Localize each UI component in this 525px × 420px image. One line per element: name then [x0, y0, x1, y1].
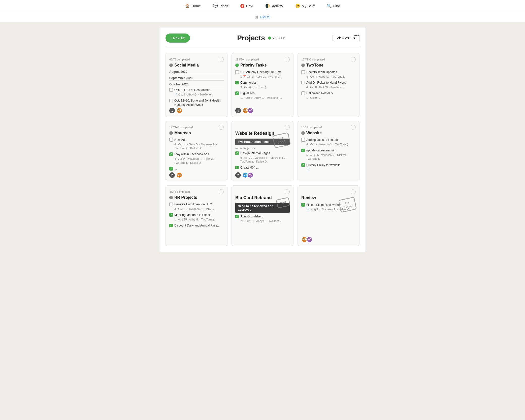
card-footer: 2 VV KO	[235, 172, 290, 178]
avatar-group: MR	[176, 172, 182, 178]
nav-hey[interactable]: 1 Hey!	[238, 3, 255, 9]
card-bio-card-rebrand: Bio Card Rebrand 1NET Need to be reviewe…	[232, 185, 293, 246]
card-title-dot	[301, 131, 305, 135]
card-priority-tasks: 293/294 completed Priority Tasks UIC Ank…	[232, 53, 293, 117]
avatar-group: MR KO	[242, 108, 253, 114]
todo-checkbox-checked[interactable]: ✓	[169, 167, 173, 171]
card-completed-label	[301, 189, 356, 194]
page-title: Projects	[237, 34, 265, 42]
breadcrumb-name[interactable]: DMOS	[260, 15, 271, 19]
nav-my-stuff[interactable]: 😊 My Stuff	[293, 3, 317, 9]
nav-activity[interactable]: 🌓 Activity	[263, 3, 285, 9]
progress-badge: 783/806	[268, 36, 285, 40]
todo-checkbox[interactable]	[301, 91, 305, 95]
card-title: Priority Tasks	[235, 63, 290, 68]
page-header: + New list Projects 783/806 View as... ▾	[166, 34, 359, 43]
page-divider	[166, 48, 359, 48]
avatar: KO	[247, 172, 253, 178]
avatar-group: VV KO	[242, 172, 253, 178]
card-circle-button[interactable]	[285, 189, 290, 194]
todo-checkbox-checked[interactable]: ✓	[169, 213, 173, 217]
todo-checkbox[interactable]	[169, 99, 173, 102]
avatar: MR	[176, 172, 182, 178]
count-badge: 1	[169, 108, 175, 113]
avatar-group: MR	[176, 108, 182, 114]
page-title-area: Projects 783/806	[237, 34, 285, 42]
todo-item: Halloween Poster :) 1 · Oct 9 · ...	[301, 91, 356, 100]
card-footer: MR KO	[301, 237, 356, 243]
three-dots-button[interactable]: •••	[352, 31, 362, 39]
todo-checkbox-checked[interactable]: ✓	[169, 224, 173, 227]
todo-item: UIC Ankeny Opening Full Time 1 📅 Oct 9 ·…	[235, 70, 290, 79]
count-badge: 2	[169, 172, 175, 178]
todo-item: Adding faxes to info tab 6 · Oct 9 · Van…	[301, 138, 356, 146]
avatar: MR	[176, 108, 182, 114]
card-footer: 2 MR	[169, 172, 224, 178]
projects-grid: 62/76 completed Social Media August 2020…	[166, 53, 359, 246]
todo-checkbox[interactable]	[169, 138, 173, 142]
todo-checkbox[interactable]	[301, 81, 305, 84]
card-completed-label: 13/14 completed	[301, 125, 356, 130]
card-title-dot	[169, 63, 173, 67]
doc-icon: 📄	[174, 93, 177, 96]
todo-checkbox[interactable]	[169, 203, 173, 206]
new-list-button[interactable]: + New list	[166, 34, 190, 43]
todo-checkbox-checked[interactable]: ✓	[235, 215, 239, 218]
todo-checkbox-checked[interactable]: ✓	[301, 203, 305, 207]
card-maureen: 147/148 completed Maureen New Ads 4 · Oc…	[166, 121, 227, 181]
todo-item: ✓ Design Internal Pages 9 · Apr 30 · Van…	[235, 151, 290, 164]
todo-item: ✓ ...	[169, 167, 224, 171]
calendar-icon: 📅	[243, 75, 246, 78]
todo-checkbox-checked[interactable]: ✓	[301, 163, 305, 167]
card-circle-button[interactable]	[285, 125, 290, 130]
todo-checkbox-checked[interactable]: ✓	[235, 166, 239, 169]
card-title: HR Projects	[169, 195, 224, 200]
todo-item: Add Dr. Reiter to Hand Flyers 4 · Oct 8 …	[301, 81, 356, 89]
nav-find[interactable]: 🔍 Find	[325, 3, 342, 9]
todo-checkbox-checked[interactable]: ✓	[301, 149, 305, 152]
card-circle-button[interactable]	[351, 125, 356, 130]
card-circle-button[interactable]	[351, 57, 356, 62]
todo-checkbox[interactable]	[169, 88, 173, 92]
card-circle-button[interactable]	[351, 189, 356, 194]
section-label: September 2020	[169, 76, 224, 81]
card-completed-label: 127/132 completed	[301, 57, 356, 62]
card-circle-button[interactable]	[285, 57, 290, 62]
nav-home[interactable]: 🏠 Home	[183, 3, 203, 9]
todo-item: Oct. 9: PT's at Des Moines 📄 Oct 9 · Abb…	[169, 88, 224, 96]
todo-checkbox-checked[interactable]: ✓	[235, 151, 239, 155]
todo-item: ✓ Create 404 ...	[235, 166, 290, 170]
todo-item: ✓ update career section 5 · Aug 25 · Van…	[301, 148, 356, 161]
card-completed-label: 62/76 completed	[169, 57, 224, 62]
todo-checkbox-checked[interactable]: ✓	[169, 152, 173, 156]
home-icon: 🏠	[185, 4, 190, 8]
nav-pings[interactable]: 💬 Pings	[211, 3, 230, 9]
card-title: Website	[301, 131, 356, 135]
card-circle-button[interactable]	[219, 125, 224, 130]
card-circle-button[interactable]	[219, 57, 224, 62]
todo-checkbox-checked[interactable]: ✓	[235, 91, 239, 95]
card-completed-label: 147/148 completed	[169, 125, 224, 130]
todo-checkbox-checked[interactable]: ✓	[235, 81, 239, 84]
card-hr-projects: 45/46 completed HR Projects Benefits Enr…	[166, 185, 227, 246]
count-badge: 3	[235, 108, 241, 113]
main-content: ••• + New list Projects 783/806 View as.…	[159, 27, 366, 252]
todo-item: ✓ Stay within Facebook Ads 4 · Jul 24 · …	[169, 152, 224, 165]
todo-checkbox[interactable]	[301, 70, 305, 74]
card-completed-label	[235, 125, 290, 130]
card-footer: 3 MR KO	[235, 108, 290, 114]
card-completed-label: 293/294 completed	[235, 57, 290, 62]
todo-checkbox[interactable]	[235, 70, 239, 74]
todo-checkbox[interactable]	[301, 138, 305, 142]
card-website-redesign: Website Redesign ALLDONE! TwoTone Action…	[232, 121, 293, 181]
todo-item: New Ads 4 · Oct 14 · Abby G. · Maureen R…	[169, 138, 224, 150]
section-label: August 2020	[169, 70, 224, 74]
count-badge: 2	[235, 172, 241, 178]
activity-icon: 🌓	[265, 4, 270, 8]
card-title-dot	[169, 131, 173, 135]
card-twotone: 127/132 completed TwoTone Doctors Team U…	[298, 53, 359, 117]
card-title: TwoTone	[301, 63, 356, 68]
breadcrumb-bar: ⊞ DMOS	[0, 12, 525, 22]
avatar-group: MR KO	[301, 237, 312, 243]
card-circle-button[interactable]	[219, 189, 224, 194]
